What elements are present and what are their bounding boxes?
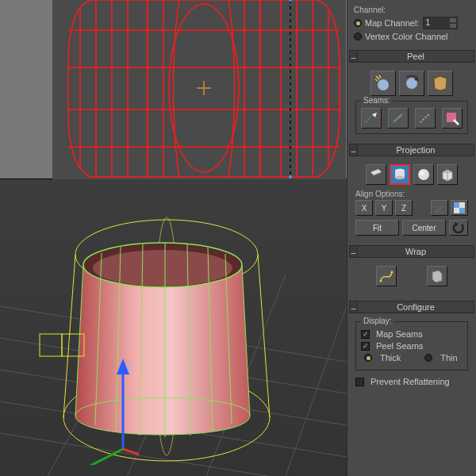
map-seams-label: Map Seams [376,329,423,339]
svg-point-37 [93,250,232,286]
spherical-map-button[interactable] [413,164,434,185]
map-seams-check[interactable] [361,330,370,339]
configure-title: Configure [358,301,474,313]
peel-reset-button[interactable] [399,71,424,96]
svg-point-78 [391,271,393,274]
svg-rect-74 [454,208,459,213]
wrap-rollout: – Wrap [349,245,474,296]
svg-rect-75 [459,208,465,213]
prevent-reflatten-label: Prevent Reflattening [370,377,450,386]
svg-point-65 [420,171,424,175]
transform-gizmo[interactable]: z y [28,354,139,465]
display-label: Display: [361,317,394,325]
box-map-button[interactable] [437,164,458,185]
uv-canvas-bounds [52,0,346,179]
channel-heading: Channel: [354,6,470,14]
collapse-icon[interactable]: – [350,301,358,313]
svg-point-77 [380,280,382,282]
svg-rect-72 [454,202,459,208]
peel-seams-check[interactable] [361,342,370,351]
collapse-icon[interactable]: – [350,246,358,257]
reset-projection-button[interactable] [449,220,468,236]
configure-rollout: – Configure Display: Map Seams Peel Seam… [349,301,474,393]
peel-title: Peel [358,50,474,63]
svg-marker-79 [432,271,442,282]
seams-label: Seams: [361,96,393,105]
align-options-label: Align Options: [355,190,468,198]
thick-label: Thick [380,353,401,363]
command-panel: Channel: Map Channel: 1 Vertex Color Cha… [347,0,476,476]
prevent-reflatten-check[interactable] [355,378,364,386]
map-channel-label: Map Channel: [365,18,420,28]
cylindrical-map-button[interactable] [390,164,410,185]
channel-group: Channel: Map Channel: 1 Vertex Color Cha… [347,0,476,48]
spline-map-button[interactable] [376,266,397,286]
point-to-point-seam-button[interactable] [415,108,436,129]
fit-button[interactable]: Fit [355,220,399,236]
peel-rollout: – Peel Seams: [349,50,474,139]
align-normal-button[interactable] [431,200,448,216]
svg-marker-76 [455,222,459,227]
center-button[interactable]: Center [402,220,446,236]
svg-point-18 [289,175,292,178]
collapse-icon[interactable]: – [350,144,358,155]
svg-rect-73 [459,202,465,208]
svg-text:z: z [128,362,132,371]
projection-rollout: – Projection Align Options: X [349,144,474,240]
peel-seams-label: Peel Seams [376,341,423,351]
align-y-button[interactable]: Y [375,200,393,216]
peel-rollout-header[interactable]: – Peel [349,50,474,63]
thin-radio[interactable] [424,354,432,362]
svg-point-17 [289,0,292,2]
spinner-down-icon[interactable] [449,23,457,29]
pelt-button[interactable] [428,71,453,96]
map-channel-value[interactable]: 1 [424,17,449,29]
spinner-up-icon[interactable] [449,17,457,23]
map-channel-spinner[interactable]: 1 [423,17,458,29]
svg-marker-57 [372,113,377,117]
thin-label: Thin [440,353,457,363]
svg-line-50 [123,449,139,465]
align-z-button[interactable]: Z [395,200,413,216]
configure-rollout-header[interactable]: – Configure [349,301,474,313]
projection-rollout-header[interactable]: – Projection [349,144,474,156]
svg-line-34 [258,255,270,417]
edge-sel-to-seam-button[interactable] [361,108,382,129]
collapse-icon[interactable]: – [350,51,358,62]
map-channel-radio[interactable] [354,19,362,27]
edit-seams-button[interactable] [442,108,463,129]
svg-point-54 [378,79,389,90]
thick-radio[interactable] [364,354,372,362]
unfold-map-button[interactable] [427,266,447,286]
svg-line-29 [286,306,347,476]
vertex-color-radio[interactable] [354,33,362,40]
perspective-viewport[interactable]: z y [0,179,347,476]
seam-to-edge-sel-button[interactable] [388,108,409,129]
svg-line-51 [45,449,123,465]
align-x-button[interactable]: X [355,200,373,216]
quick-peel-button[interactable] [370,71,396,96]
planar-map-button[interactable] [366,164,386,185]
uv-mesh [52,0,346,179]
svg-marker-60 [370,169,382,175]
wrap-rollout-header[interactable]: – Wrap [349,245,474,258]
projection-title: Projection [358,144,474,156]
svg-point-63 [395,176,405,179]
align-view-button[interactable] [451,200,468,216]
vertex-color-label: Vertex Color Channel [365,32,448,41]
uv-editor-viewport[interactable] [0,0,347,179]
wrap-title: Wrap [358,245,474,258]
